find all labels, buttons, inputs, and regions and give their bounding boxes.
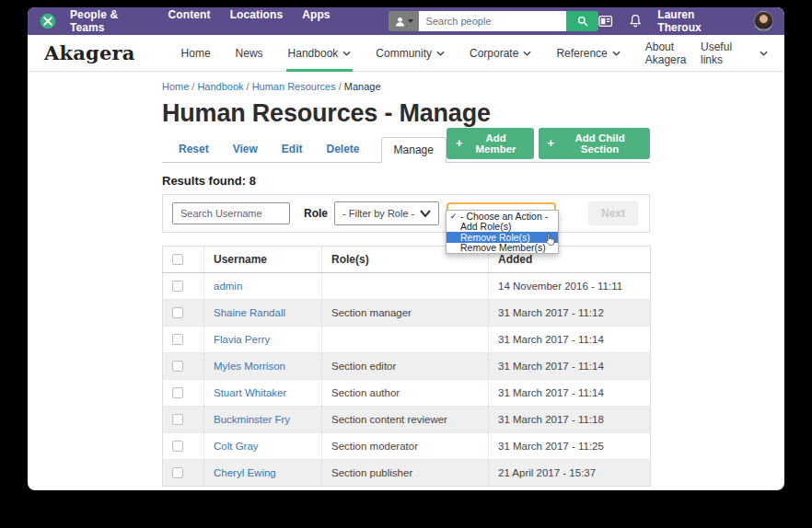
topbar-nav-locations[interactable]: Locations bbox=[230, 8, 284, 34]
add-child-section-button[interactable]: + Add Child Section bbox=[539, 128, 650, 159]
nav-item-label: About Akagera bbox=[645, 40, 701, 66]
table-row: Shaine RandallSection manager31 March 20… bbox=[163, 300, 651, 327]
action-option-label: Remove Role(s) bbox=[460, 232, 530, 243]
nav-item-home[interactable]: Home bbox=[181, 35, 211, 72]
nav-item-corporate[interactable]: Corporate bbox=[470, 35, 531, 72]
username-link[interactable]: admin bbox=[214, 281, 242, 292]
row-checkbox[interactable] bbox=[172, 334, 183, 345]
search-scope-button[interactable] bbox=[389, 11, 419, 31]
plus-icon: + bbox=[456, 139, 463, 148]
notifications-bell-icon[interactable] bbox=[629, 14, 642, 29]
person-icon bbox=[394, 16, 406, 28]
username-link[interactable]: Flavia Perry bbox=[214, 334, 270, 345]
nav-item-news[interactable]: News bbox=[236, 35, 263, 72]
role-cell bbox=[322, 327, 489, 353]
app-window: People & TeamsContentLocationsApps bbox=[28, 7, 784, 490]
nav-item-community[interactable]: Community bbox=[376, 35, 445, 72]
search-username-input[interactable] bbox=[172, 202, 290, 224]
nav-item-label: Handbook bbox=[288, 47, 339, 60]
intranet-logo-icon[interactable] bbox=[39, 12, 57, 30]
row-checkbox[interactable] bbox=[172, 307, 183, 318]
filter-by-role-select[interactable]: - Filter by Role - bbox=[334, 201, 439, 225]
nav-item-about-akagera[interactable]: About Akagera bbox=[645, 35, 701, 72]
results-label: Results found: bbox=[162, 174, 246, 188]
role-label: Role bbox=[304, 207, 328, 220]
action-option-remove-role-s[interactable]: Remove Role(s) bbox=[447, 232, 558, 243]
topbar-nav-apps[interactable]: Apps bbox=[302, 8, 330, 34]
breadcrumb-link-handbook[interactable]: Handbook bbox=[197, 81, 243, 92]
current-user-name[interactable]: Lauren Theroux bbox=[657, 8, 737, 34]
username-link[interactable]: Stuart Whitaker bbox=[214, 387, 286, 398]
results-count: Results found: 8 bbox=[162, 174, 650, 188]
username-link[interactable]: Colt Gray bbox=[214, 441, 259, 452]
role-cell: Section moderator bbox=[322, 433, 489, 460]
breadcrumb-link-human-resources[interactable]: Human Resources bbox=[252, 81, 336, 92]
nav-item-reference[interactable]: Reference bbox=[556, 35, 620, 72]
row-checkbox-cell bbox=[163, 407, 204, 433]
username-link[interactable]: Myles Morrison bbox=[214, 361, 285, 372]
table-row: Colt GraySection moderator31 March 2017 … bbox=[163, 433, 651, 460]
tab-reset[interactable]: Reset bbox=[179, 143, 209, 155]
add-member-label: Add Member bbox=[468, 132, 525, 155]
user-avatar[interactable] bbox=[754, 11, 773, 31]
topbar-nav-content[interactable]: Content bbox=[168, 8, 211, 34]
nav-item-label: Reference bbox=[556, 47, 607, 60]
row-checkbox[interactable] bbox=[172, 361, 183, 372]
table-header: UsernameRole(s)Added bbox=[163, 247, 651, 273]
added-cell: 31 March 2017 - 11:25 bbox=[489, 433, 651, 460]
row-checkbox[interactable] bbox=[172, 467, 183, 478]
table-row: Buckminster FrySection content reviewer3… bbox=[163, 407, 651, 433]
action-option-label: - Choose an Action - bbox=[460, 211, 548, 222]
page-title: Human Resources - Manage bbox=[162, 100, 650, 127]
breadcrumb-separator: / bbox=[191, 81, 194, 92]
action-dropdown-menu: ✓- Choose an Action -Add Role(s)Remove R… bbox=[446, 210, 559, 254]
tab-delete[interactable]: Delete bbox=[327, 143, 360, 155]
select-all-checkbox[interactable] bbox=[172, 254, 183, 265]
tab-manage-active[interactable]: Manage bbox=[381, 137, 447, 163]
search-submit-button[interactable] bbox=[566, 11, 598, 31]
people-search-group bbox=[389, 11, 599, 31]
breadcrumb-link-home[interactable]: Home bbox=[162, 81, 189, 92]
table-header-row: UsernameRole(s)Added bbox=[163, 247, 651, 273]
action-option-label: Add Role(s) bbox=[460, 221, 511, 232]
action-option-add-role-s[interactable]: Add Role(s) bbox=[447, 222, 558, 233]
table-row: Cheryl EwingSection publisher21 April 20… bbox=[163, 460, 651, 487]
row-checkbox[interactable] bbox=[172, 441, 183, 452]
username-link[interactable]: Buckminster Fry bbox=[214, 414, 290, 425]
row-checkbox-cell bbox=[163, 380, 204, 407]
username-link[interactable]: Cheryl Ewing bbox=[214, 467, 276, 478]
tab-view[interactable]: View bbox=[233, 143, 258, 155]
action-option-choose-an-action[interactable]: ✓- Choose an Action - bbox=[447, 211, 558, 222]
table-body: admin14 November 2016 - 11:11Shaine Rand… bbox=[163, 273, 651, 487]
row-checkbox[interactable] bbox=[172, 414, 183, 425]
panel-icon[interactable] bbox=[598, 15, 612, 28]
row-checkbox[interactable] bbox=[172, 387, 183, 398]
chevron-down-icon bbox=[420, 210, 431, 217]
useful-links-menu[interactable]: Useful links bbox=[701, 40, 768, 66]
nav-item-label: Corporate bbox=[470, 47, 518, 60]
next-button[interactable]: Next bbox=[588, 201, 638, 225]
row-checkbox[interactable] bbox=[172, 281, 183, 292]
caret-down-icon bbox=[408, 19, 413, 23]
column-header-username: Username bbox=[204, 247, 322, 273]
tab-edit[interactable]: Edit bbox=[282, 143, 303, 155]
added-cell: 31 March 2017 - 11:14 bbox=[489, 327, 651, 353]
breadcrumb-current: Manage bbox=[344, 81, 381, 92]
role-cell: Section author bbox=[322, 380, 489, 407]
table-row: Flavia Perry31 March 2017 - 11:14 bbox=[163, 327, 651, 353]
topbar-nav-people-teams[interactable]: People & Teams bbox=[70, 8, 149, 34]
filter-bar: Role - Filter by Role - Next ✓- Choose a… bbox=[162, 194, 650, 233]
username-cell: admin bbox=[204, 273, 322, 300]
screenshot-stage: People & TeamsContentLocationsApps bbox=[0, 0, 812, 528]
brand-logo[interactable]: Akagera bbox=[44, 41, 135, 64]
useful-links-label: Useful links bbox=[701, 40, 755, 66]
add-member-button[interactable]: + Add Member bbox=[447, 128, 534, 159]
role-cell: Section editor bbox=[322, 353, 489, 380]
header-checkbox-cell bbox=[163, 247, 204, 273]
nav-item-handbook[interactable]: Handbook bbox=[288, 35, 352, 72]
search-people-input[interactable] bbox=[419, 11, 567, 31]
chevron-down-icon bbox=[760, 51, 768, 56]
breadcrumb-separator: / bbox=[339, 81, 342, 92]
action-option-remove-member-s[interactable]: Remove Member(s) bbox=[447, 243, 558, 254]
username-link[interactable]: Shaine Randall bbox=[214, 307, 285, 318]
